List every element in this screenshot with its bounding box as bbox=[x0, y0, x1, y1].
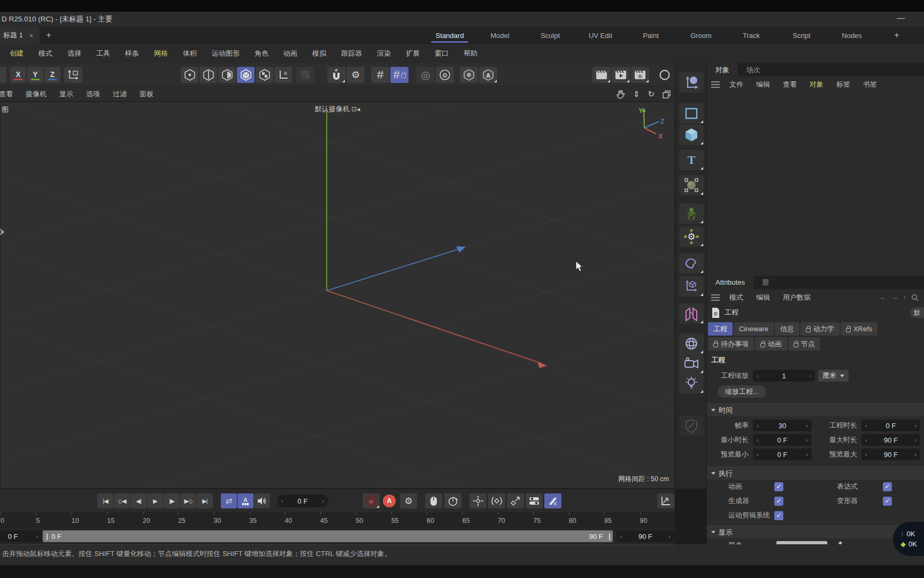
render-region-button[interactable]: ◎ bbox=[417, 67, 435, 83]
symmetry-button[interactable] bbox=[679, 303, 704, 324]
ruler-tick[interactable]: 55 bbox=[391, 512, 426, 528]
layout-tab[interactable]: Groom bbox=[676, 27, 726, 44]
menu-item[interactable]: 帮助 bbox=[456, 49, 485, 58]
back-arrow-icon[interactable]: ← bbox=[880, 293, 887, 301]
ruler-tick[interactable]: 75 bbox=[533, 512, 568, 528]
keying-settings-button[interactable]: ⚙ bbox=[400, 493, 417, 508]
mouse-record-button[interactable] bbox=[425, 493, 442, 508]
axis-lock-y-button[interactable]: Y bbox=[27, 67, 43, 83]
instance-axis-cube-button[interactable] bbox=[679, 276, 704, 296]
cut-toolbar-button[interactable] bbox=[0, 67, 6, 83]
project-scale-field[interactable]: ‹ 1 › bbox=[753, 370, 815, 382]
checkbox[interactable] bbox=[883, 482, 892, 491]
loop-playback-button[interactable]: ⇄ bbox=[221, 493, 237, 508]
viewport-menu-item[interactable]: 面板 bbox=[133, 89, 160, 99]
subdivision-surface-button[interactable] bbox=[679, 175, 704, 195]
snap-magnet-button[interactable] bbox=[327, 67, 345, 83]
add-layout-button[interactable]: + bbox=[892, 27, 899, 44]
manager-tab[interactable]: 对象 bbox=[707, 63, 738, 77]
progress-ring-button[interactable] bbox=[657, 67, 673, 83]
transport-button[interactable]: ◇◀ bbox=[114, 493, 130, 508]
ruler-tick[interactable]: 65 bbox=[461, 512, 497, 528]
camera-button[interactable] bbox=[679, 353, 704, 374]
range-handle-left[interactable]: || bbox=[43, 533, 47, 540]
pan-hand-icon[interactable] bbox=[616, 90, 625, 99]
workplane-axis-button[interactable] bbox=[274, 67, 292, 83]
ruler-tick[interactable]: 40 bbox=[284, 512, 319, 528]
transport-button[interactable]: |▶ bbox=[164, 493, 180, 508]
camera-label[interactable]: 默认摄像机 ⊡◂ bbox=[1, 104, 674, 114]
scale-project-button[interactable]: 缩放工程... bbox=[718, 385, 766, 398]
object-manager-menu-item[interactable]: 文件 bbox=[723, 80, 750, 89]
menu-item[interactable]: 窗口 bbox=[427, 49, 456, 58]
project-tab[interactable]: 节点 bbox=[788, 337, 820, 351]
cube-primitive-button[interactable] bbox=[679, 125, 704, 145]
up-arrow-icon[interactable]: ↑ bbox=[903, 293, 907, 301]
range-end-field[interactable]: ‹ 90 F › bbox=[617, 530, 674, 542]
project-tab[interactable]: Cineware bbox=[734, 322, 774, 336]
layout-tab[interactable]: Track bbox=[726, 27, 776, 44]
menu-item[interactable]: 体积 bbox=[175, 49, 204, 58]
menu-item[interactable]: 模式 bbox=[31, 49, 60, 58]
attributes-menu-item[interactable]: 用户数据 bbox=[776, 293, 817, 302]
preview-range-slider[interactable]: || 0 F 90 F || bbox=[43, 530, 613, 542]
ruler-tick[interactable]: 30 bbox=[213, 512, 249, 528]
viewport-menu-item[interactable]: 查看 bbox=[0, 89, 19, 99]
document-tab[interactable]: 标题 1 × bbox=[0, 27, 40, 44]
time-field[interactable]: ‹ 90 F › bbox=[861, 448, 920, 460]
workplane-button[interactable] bbox=[296, 67, 314, 83]
menu-item[interactable]: 跟踪器 bbox=[334, 49, 369, 58]
manager-tab[interactable]: Attributes bbox=[707, 276, 753, 289]
coordinate-system-button[interactable] bbox=[64, 67, 82, 83]
timeline-ruler[interactable]: 051015202530354045505560657075808590 bbox=[0, 512, 675, 528]
display-section-header[interactable]: 显示 bbox=[707, 526, 924, 538]
polygons-mode-button[interactable] bbox=[218, 67, 236, 83]
record-scale-button[interactable] bbox=[507, 493, 524, 508]
attributes-menu-item[interactable]: 模式 bbox=[723, 293, 750, 302]
checkbox[interactable] bbox=[883, 497, 892, 506]
menu-item[interactable]: 创建 bbox=[2, 49, 31, 58]
time-field[interactable]: ‹ 0 F › bbox=[753, 434, 812, 446]
autokey-button[interactable]: A bbox=[381, 493, 398, 508]
menu-item[interactable]: 角色 bbox=[247, 49, 276, 58]
character-figure-button[interactable] bbox=[679, 203, 704, 224]
menu-item[interactable]: 模拟 bbox=[305, 49, 334, 58]
checkbox[interactable] bbox=[774, 482, 783, 491]
record-position-button[interactable] bbox=[469, 493, 487, 508]
network-stats-badge[interactable]: ↑ 0K ◆ 0K bbox=[893, 522, 924, 556]
checkbox[interactable] bbox=[774, 511, 783, 520]
time-field[interactable]: ‹ 90 F › bbox=[861, 434, 920, 446]
render-view-button[interactable] bbox=[592, 67, 611, 83]
menu-item[interactable]: 扩展 bbox=[398, 49, 427, 58]
volume-builder-button[interactable] bbox=[679, 253, 704, 273]
record-pla-button[interactable] bbox=[544, 493, 561, 508]
object-manager-menu-item[interactable]: 对象 bbox=[803, 80, 830, 89]
axis-gizmo[interactable]: Y Z X bbox=[629, 103, 667, 142]
checkbox[interactable] bbox=[774, 497, 783, 506]
layout-tab[interactable]: Nodes bbox=[827, 27, 877, 44]
viewport[interactable]: 图 默认摄像机 ⊡◂ Y Z X 网格间距 : 50 cm ✥ bbox=[0, 102, 675, 489]
ruler-tick[interactable]: 80 bbox=[568, 512, 604, 528]
hamburger-icon[interactable] bbox=[711, 84, 720, 85]
time-section-header[interactable]: 时间 bbox=[707, 404, 924, 416]
transport-button[interactable]: ▶| bbox=[197, 493, 213, 508]
ruler-tick[interactable]: 15 bbox=[106, 512, 142, 528]
ruler-tick[interactable]: 25 bbox=[178, 512, 213, 528]
exec-section-header[interactable]: 执行 bbox=[707, 467, 924, 480]
quantize-grid-lock-button[interactable]: # bbox=[390, 67, 409, 83]
object-manager-menu-item[interactable]: 编辑 bbox=[750, 80, 776, 89]
viewport-menu-item[interactable]: 过滤 bbox=[106, 89, 133, 99]
ruler-tick[interactable]: 35 bbox=[249, 512, 284, 528]
time-field[interactable]: ‹ 0 F › bbox=[861, 420, 920, 431]
project-tab[interactable]: 待办事项 bbox=[708, 337, 754, 351]
axis-lock-x-button[interactable]: X bbox=[10, 67, 26, 83]
add-document-button[interactable]: + bbox=[46, 27, 51, 44]
menu-item[interactable]: 选择 bbox=[60, 49, 89, 58]
quantize-grid-button[interactable]: # bbox=[371, 67, 389, 83]
range-start-field[interactable]: 0 F › bbox=[0, 530, 42, 542]
project-tab[interactable]: 信息 bbox=[775, 322, 799, 336]
range-handle-right[interactable]: || bbox=[603, 533, 613, 540]
ruler-tick[interactable]: 90 bbox=[640, 512, 675, 528]
ruler-tick[interactable]: 0 bbox=[0, 512, 35, 528]
search-icon[interactable] bbox=[911, 294, 919, 301]
